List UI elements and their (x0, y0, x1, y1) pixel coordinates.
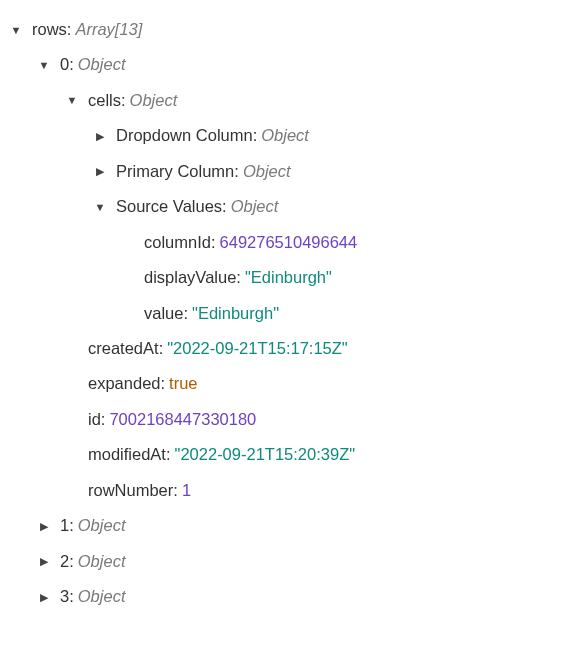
prop-value-number: 649276510496644 (220, 232, 358, 253)
leaf-columnid[interactable]: • columnId: 649276510496644 (120, 225, 563, 260)
prop-key: 3 (60, 586, 69, 607)
prop-value-number: 7002168447330180 (109, 409, 256, 430)
tree-node-row-3[interactable]: ▶ 3: Object (36, 579, 563, 614)
leaf-value[interactable]: • value: "Edinburgh" (120, 296, 563, 331)
prop-key: id (88, 409, 101, 430)
tree-node-row-2[interactable]: ▶ 2: Object (36, 544, 563, 579)
prop-key: createdAt (88, 338, 159, 359)
prop-key: rows (32, 19, 67, 40)
tree-node-cells[interactable]: ▼ cells: Object (64, 83, 563, 118)
prop-type: Object (130, 90, 178, 111)
leaf-modifiedat[interactable]: • modifiedAt: "2022-09-21T15:20:39Z" (64, 437, 563, 472)
tree-node-dropdown-column[interactable]: ▶ Dropdown Column: Object (92, 118, 563, 153)
chevron-down-icon[interactable]: ▼ (92, 200, 108, 214)
prop-type: Object (78, 515, 126, 536)
chevron-right-icon[interactable]: ▶ (36, 519, 52, 533)
leaf-expanded[interactable]: • expanded: true (64, 366, 563, 401)
leaf-createdat[interactable]: • createdAt: "2022-09-21T15:17:15Z" (64, 331, 563, 366)
prop-key: 0 (60, 54, 69, 75)
prop-key: columnId (144, 232, 211, 253)
leaf-id[interactable]: • id: 7002168447330180 (64, 402, 563, 437)
prop-type: Object (78, 54, 126, 75)
prop-key: rowNumber (88, 480, 173, 501)
prop-key: cells (88, 90, 121, 111)
prop-type: Array[13] (75, 19, 142, 40)
leaf-displayvalue[interactable]: • displayValue: "Edinburgh" (120, 260, 563, 295)
chevron-down-icon[interactable]: ▼ (36, 58, 52, 72)
prop-value-bool: true (169, 373, 197, 394)
prop-key: value (144, 303, 183, 324)
tree-node-source-values[interactable]: ▼ Source Values: Object (92, 189, 563, 224)
chevron-right-icon[interactable]: ▶ (36, 554, 52, 568)
prop-value-string: "Edinburgh" (245, 267, 332, 288)
chevron-right-icon[interactable]: ▶ (92, 164, 108, 178)
prop-key: Dropdown Column (116, 125, 253, 146)
prop-key: Primary Column (116, 161, 234, 182)
prop-key: 1 (60, 515, 69, 536)
leaf-rownumber[interactable]: • rowNumber: 1 (64, 473, 563, 508)
chevron-right-icon[interactable]: ▶ (92, 129, 108, 143)
chevron-right-icon[interactable]: ▶ (36, 590, 52, 604)
prop-key: expanded (88, 373, 161, 394)
chevron-down-icon[interactable]: ▼ (64, 93, 80, 107)
prop-key: 2 (60, 551, 69, 572)
prop-key: Source Values (116, 196, 222, 217)
prop-value-number: 1 (182, 480, 191, 501)
prop-value-string: "Edinburgh" (192, 303, 279, 324)
prop-type: Object (78, 551, 126, 572)
prop-key: modifiedAt (88, 444, 166, 465)
chevron-down-icon[interactable]: ▼ (8, 23, 24, 37)
tree-node-rows[interactable]: ▼ rows: Array[13] (8, 12, 563, 47)
prop-value-string: "2022-09-21T15:20:39Z" (175, 444, 356, 465)
prop-type: Object (231, 196, 279, 217)
tree-node-primary-column[interactable]: ▶ Primary Column: Object (92, 154, 563, 189)
tree-root: ▼ rows: Array[13] ▼ 0: Object ▼ cells: O… (8, 12, 563, 614)
tree-node-row-0[interactable]: ▼ 0: Object (36, 47, 563, 82)
prop-value-string: "2022-09-21T15:17:15Z" (167, 338, 348, 359)
tree-node-row-1[interactable]: ▶ 1: Object (36, 508, 563, 543)
prop-type: Object (243, 161, 291, 182)
prop-key: displayValue (144, 267, 236, 288)
prop-type: Object (261, 125, 309, 146)
prop-type: Object (78, 586, 126, 607)
